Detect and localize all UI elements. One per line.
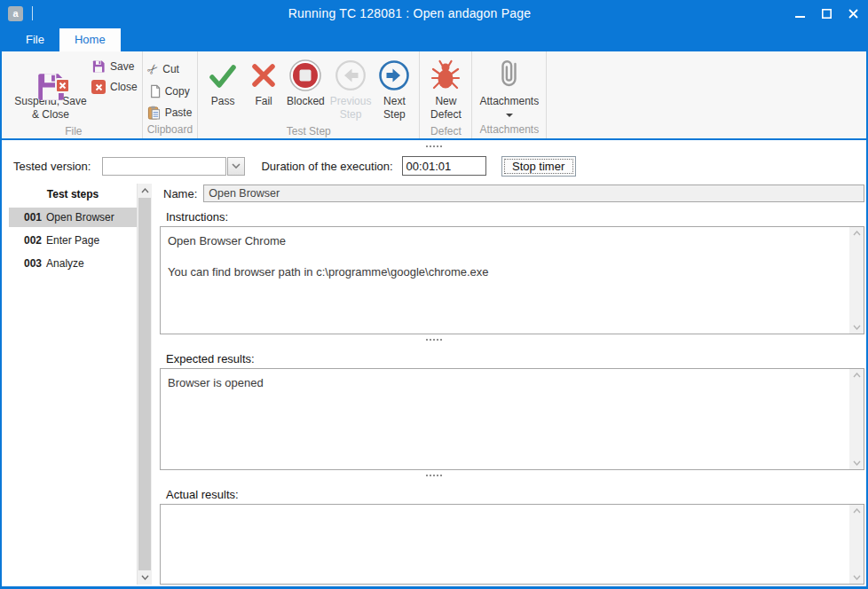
scroll-up-icon[interactable]	[853, 508, 861, 514]
scroll-down-icon[interactable]	[853, 325, 861, 330]
ribbon-group-test-step: Pass Fail	[198, 51, 420, 138]
scroll-up-icon[interactable]	[853, 231, 861, 236]
expected-results-textbox[interactable]: Browser is opened	[160, 368, 864, 470]
duration-field[interactable]: 00:01:01	[402, 156, 486, 176]
attachments-paperclip-icon	[496, 59, 523, 92]
duration-label: Duration of the execution:	[261, 160, 392, 173]
tab-home[interactable]: Home	[59, 28, 121, 51]
save-button[interactable]: Save	[91, 59, 138, 74]
paste-button[interactable]: Paste	[147, 106, 193, 120]
maximize-icon	[822, 9, 832, 19]
actual-results-label: Actual results:	[166, 488, 864, 501]
scrollbar-thumb[interactable]	[138, 198, 151, 570]
new-defect-button[interactable]: New Defect	[424, 54, 467, 123]
close-red-icon	[91, 80, 106, 94]
expected-results-scrollbar[interactable]	[849, 369, 864, 469]
scroll-up-icon[interactable]	[853, 373, 861, 378]
suspend-save-close-icon	[33, 58, 68, 93]
copy-label: Copy	[165, 85, 190, 98]
ribbon-tabs: File Home	[2, 27, 866, 51]
pass-check-icon	[207, 59, 239, 91]
save-label: Save	[110, 60, 134, 73]
new-defect-bug-icon	[430, 59, 461, 91]
instructions-scrollbar[interactable]	[849, 227, 864, 334]
expected-splitter[interactable]	[160, 470, 864, 481]
step-item-003[interactable]: 003 Analyze	[9, 254, 137, 273]
splitter-dots-icon	[426, 145, 442, 147]
group-label-file: File	[10, 123, 138, 140]
copy-button[interactable]: Copy	[147, 84, 193, 98]
actual-results-textbox[interactable]	[160, 504, 864, 585]
blocked-button[interactable]: Blocked	[284, 54, 327, 110]
scroll-down-icon[interactable]	[853, 575, 861, 580]
instructions-text[interactable]: Open Browser Chrome You can find browser…	[161, 227, 849, 334]
expected-results-label: Expected results:	[166, 352, 864, 365]
group-label-clipboard: Clipboard	[147, 122, 193, 138]
ribbon-group-attachments: Attachments Attachments	[472, 51, 547, 138]
tab-file[interactable]: File	[11, 28, 59, 51]
save-icon	[91, 59, 106, 74]
next-step-label: Next Step	[383, 95, 406, 122]
step-title: Open Browser	[46, 211, 114, 224]
minimize-icon	[795, 9, 805, 19]
steps-scrollbar[interactable]	[137, 184, 152, 585]
ribbon-group-clipboard: ✂ Cut Copy	[143, 51, 198, 138]
blocked-label: Blocked	[287, 95, 325, 108]
fail-button[interactable]: Fail	[243, 54, 284, 110]
top-splitter[interactable]	[2, 140, 866, 153]
attachments-dropdown-icon	[506, 114, 513, 117]
group-label-test-step: Test Step	[202, 123, 414, 140]
new-defect-label: New Defect	[430, 95, 462, 122]
name-field[interactable]: Open Browser	[203, 185, 864, 202]
ribbon: Suspend, Save & Close Save	[2, 51, 866, 140]
next-step-button[interactable]: Next Step	[374, 54, 414, 123]
tested-version-value[interactable]	[102, 157, 226, 176]
step-number: 002	[24, 234, 42, 247]
step-item-001[interactable]: 001 Open Browser	[9, 208, 137, 227]
next-step-icon	[378, 59, 410, 91]
step-title: Enter Page	[46, 234, 99, 247]
attachments-button[interactable]: Attachments	[477, 54, 541, 119]
close-label: Close	[110, 81, 138, 93]
suspend-save-close-button[interactable]: Suspend, Save & Close	[10, 54, 91, 123]
stop-timer-button[interactable]: Stop timer	[501, 156, 576, 177]
scroll-up-icon[interactable]	[138, 184, 152, 198]
scroll-down-icon[interactable]	[138, 570, 152, 585]
expected-results-text[interactable]: Browser is opened	[161, 369, 849, 469]
actual-results-scrollbar[interactable]	[849, 505, 864, 584]
tested-version-label: Tested version:	[13, 160, 91, 173]
previous-step-button[interactable]: Previous Step	[327, 54, 375, 123]
tested-version-combobox[interactable]	[102, 157, 245, 176]
instructions-textbox[interactable]: Open Browser Chrome You can find browser…	[160, 226, 864, 334]
pass-label: Pass	[211, 95, 235, 108]
app-icon[interactable]: a	[8, 6, 23, 21]
splitter-dots-icon	[426, 475, 442, 476]
combo-dropdown-button[interactable]	[227, 157, 245, 176]
fail-x-icon	[248, 59, 280, 91]
cut-button[interactable]: ✂ Cut	[147, 61, 193, 77]
splitter-dots-icon	[426, 339, 442, 341]
scroll-down-icon[interactable]	[853, 460, 861, 466]
fail-label: Fail	[255, 95, 272, 108]
close-icon	[848, 9, 858, 19]
name-label: Name:	[163, 187, 197, 200]
titlebar: a Running TC 128081 : Open andagon Page	[2, 0, 866, 27]
step-item-002[interactable]: 002 Enter Page	[9, 231, 137, 250]
maximize-button[interactable]	[813, 0, 840, 27]
scrollbar-track[interactable]	[138, 198, 152, 570]
close-button[interactable]	[840, 0, 866, 27]
cut-label: Cut	[162, 63, 179, 75]
test-steps-panel: Test steps 001 Open Browser 002 Enter Pa…	[9, 184, 152, 585]
instructions-label: Instructions:	[166, 210, 864, 224]
step-title: Analyze	[46, 257, 84, 270]
attachments-label: Attachments	[479, 95, 539, 108]
minimize-button[interactable]	[786, 0, 813, 27]
instructions-splitter[interactable]	[160, 334, 864, 345]
actual-results-text[interactable]	[161, 505, 849, 584]
ribbon-group-defect: New Defect Defect	[420, 51, 472, 138]
chevron-down-icon	[232, 163, 241, 169]
close-button-ribbon[interactable]: Close	[91, 80, 138, 94]
content-area: Tested version: Duration of the executio…	[2, 140, 866, 586]
group-label-defect: Defect	[424, 123, 467, 140]
pass-button[interactable]: Pass	[202, 54, 243, 110]
